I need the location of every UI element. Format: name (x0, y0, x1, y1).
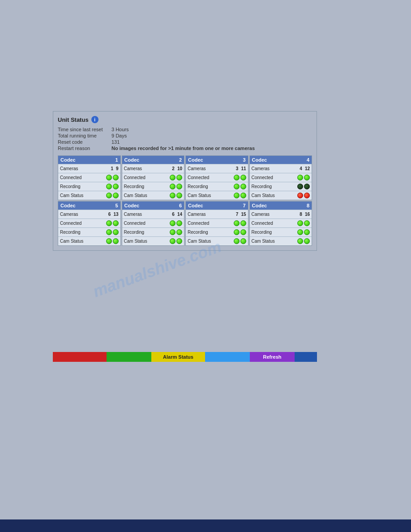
codec-connected-row-2: Connected (122, 173, 184, 182)
cam1-num-5: 6 (108, 212, 111, 217)
led-green (240, 229, 246, 235)
codec-block-6: Codec6Cameras614ConnectedRecordingCam St… (122, 201, 185, 246)
codec-label-1: Codec (60, 157, 76, 163)
codec-number-5: 5 (115, 203, 118, 208)
codec-recording-row-4: Recording (250, 182, 312, 191)
page-background: Unit Status i Time since last reset 3 Ho… (0, 0, 411, 532)
refresh-button[interactable]: Refresh (250, 352, 295, 362)
recording-label-2: Recording (124, 184, 149, 189)
codec-recording-row-3: Recording (186, 182, 248, 191)
red-button[interactable] (53, 352, 107, 362)
codec-header-5: Codec5 (58, 202, 120, 210)
led-green (240, 175, 246, 180)
recording-label-6: Recording (124, 230, 149, 235)
led-green (106, 193, 112, 198)
codec-label-7: Codec (188, 203, 203, 208)
cameras-label-4: Cameras (252, 166, 276, 171)
led-green (176, 238, 182, 244)
unit-status-header: Unit Status i (58, 116, 312, 123)
codec-number-2: 2 (179, 157, 182, 163)
codec-block-5: Codec5Cameras613ConnectedRecordingCam St… (58, 201, 121, 246)
codec-number-8: 8 (307, 203, 309, 208)
recording-label-8: Recording (252, 230, 276, 235)
codec-header-4: Codec4 (250, 156, 312, 164)
codec-recording-row-2: Recording (122, 182, 184, 191)
connected-label-3: Connected (188, 175, 212, 180)
led-green (170, 238, 176, 244)
led-green (176, 229, 182, 235)
codec-recording-row-6: Recording (122, 227, 184, 236)
main-panel: Unit Status i Time since last reset 3 Ho… (53, 111, 317, 251)
cam2-num-3: 11 (241, 166, 246, 171)
connected-label-2: Connected (124, 175, 149, 180)
led-dark (304, 184, 310, 189)
led-green (113, 184, 119, 189)
cam1-num-4: 4 (300, 166, 302, 171)
codec-connected-row-5: Connected (58, 219, 120, 227)
codec-label-2: Codec (124, 157, 140, 163)
navy-bar (0, 519, 411, 532)
cam2-num-2: 10 (177, 166, 182, 171)
cam1-num-8: 8 (300, 212, 302, 217)
info-row-0: Time since last reset 3 Hours (58, 127, 312, 132)
cam2-num-6: 14 (177, 212, 182, 217)
led-green (304, 238, 310, 244)
codec-block-4: Codec4Cameras412ConnectedRecordingCam St… (249, 155, 313, 200)
led-green (240, 238, 246, 244)
cam1-num-3: 3 (236, 166, 239, 171)
recording-label-1: Recording (60, 184, 85, 189)
unit-status-title: Unit Status (58, 116, 89, 123)
info-row-2: Reset code 131 (58, 139, 312, 145)
led-green (234, 175, 240, 180)
codec-header-6: Codec6 (122, 202, 184, 210)
codec-block-1: Codec1Cameras19ConnectedRecordingCam Sta… (58, 155, 121, 200)
codec-block-3: Codec3Cameras311ConnectedRecordingCam St… (185, 155, 248, 200)
codec-connected-row-1: Connected (58, 173, 120, 182)
codec-cameras-row-6: Cameras614 (122, 210, 184, 219)
codec-header-8: Codec8 (250, 202, 312, 210)
codec-header-2: Codec2 (122, 156, 184, 164)
codec-cam-status-row-5: Cam Status (58, 236, 120, 245)
blue2-button[interactable] (295, 352, 317, 362)
info-row-1: Total running time 9 Days (58, 133, 312, 138)
cam-status-label-6: Cam Status (124, 239, 149, 244)
cameras-label-6: Cameras (124, 212, 149, 217)
codec-cam-status-row-4: Cam Status (250, 191, 312, 200)
cam-status-label-3: Cam Status (188, 193, 212, 198)
alarm-status-button[interactable]: Alarm Status (151, 352, 205, 362)
led-green (304, 229, 310, 235)
green-button[interactable] (107, 352, 151, 362)
led-dark (297, 184, 303, 189)
led-green (170, 220, 176, 226)
cam1-num-6: 6 (172, 212, 175, 217)
led-green (297, 175, 303, 180)
cam1-num-7: 7 (236, 212, 239, 217)
led-green (176, 220, 182, 226)
led-green (304, 220, 310, 226)
connected-label-4: Connected (252, 175, 276, 180)
cam2-num-4: 12 (305, 166, 310, 171)
led-green (240, 220, 246, 226)
led-green (170, 184, 176, 189)
codec-label-3: Codec (188, 157, 203, 163)
cam1-num-1: 1 (111, 166, 113, 171)
connected-label-8: Connected (252, 221, 276, 226)
connected-label-7: Connected (188, 221, 212, 226)
codec-connected-row-4: Connected (250, 173, 312, 182)
led-green (176, 193, 182, 198)
info-value-3: No images recorded for >1 minute from on… (111, 146, 255, 151)
led-green (113, 220, 119, 226)
cam2-num-8: 16 (305, 212, 310, 217)
blue-light-button[interactable] (205, 352, 250, 362)
codec-cameras-row-1: Cameras19 (58, 164, 120, 173)
info-icon[interactable]: i (91, 116, 98, 123)
led-green (234, 229, 240, 235)
cam-status-label-5: Cam Status (60, 239, 85, 244)
info-value-1: 9 Days (111, 133, 127, 138)
codec-cam-status-row-2: Cam Status (122, 191, 184, 200)
codec-label-5: Codec (60, 203, 76, 208)
led-green (106, 238, 112, 244)
codec-connected-row-6: Connected (122, 219, 184, 227)
recording-label-5: Recording (60, 230, 85, 235)
recording-label-4: Recording (252, 184, 276, 189)
